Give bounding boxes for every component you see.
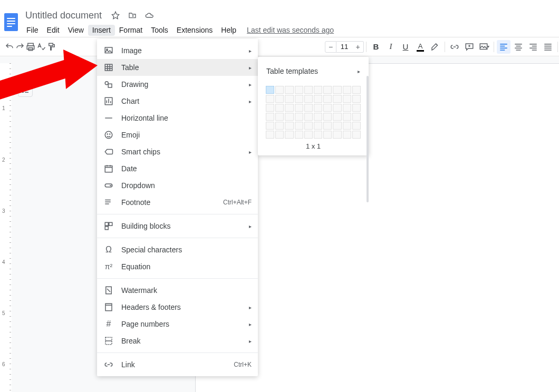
table-grid-cell[interactable] [352,95,361,103]
redo-button[interactable] [15,40,25,54]
insert-dropdown-item[interactable]: Dropdown [97,177,258,194]
insert-equation-item[interactable]: π² Equation [97,258,258,275]
table-grid-cell[interactable] [314,104,322,112]
table-grid-cell[interactable] [285,131,293,139]
table-grid-cell[interactable] [314,113,322,121]
table-grid-cell[interactable] [295,86,303,94]
table-grid-cell[interactable] [285,86,293,94]
insert-drawing-item[interactable]: Drawing ▸ [97,76,258,93]
menu-extensions[interactable]: Extensions [172,25,217,36]
table-grid-cell[interactable] [333,86,341,94]
insert-page-numbers-item[interactable]: # Page numbers ▸ [97,316,258,332]
table-grid-cell[interactable] [304,104,313,112]
highlight-button[interactable] [428,40,442,54]
cloud-status-icon[interactable] [145,11,153,19]
menu-view[interactable]: View [64,25,88,36]
insert-table-item[interactable]: Table ▸ [97,59,258,76]
table-grid-cell[interactable] [323,95,332,103]
star-icon[interactable] [111,11,120,19]
table-grid-cell[interactable] [295,95,303,103]
insert-link-button[interactable] [448,40,461,54]
font-size-increase[interactable]: + [352,41,364,53]
paint-format-button[interactable] [47,40,56,54]
table-grid-cell[interactable] [343,122,351,130]
text-color-button[interactable]: A [413,40,427,54]
menu-file[interactable]: File [22,25,43,36]
table-grid-cell[interactable] [343,104,351,112]
table-grid-cell[interactable] [314,86,322,94]
menu-edit[interactable]: Edit [43,25,64,36]
insert-horizontal-line-item[interactable]: Horizontal line [97,110,258,126]
table-grid-cell[interactable] [295,131,303,139]
italic-button[interactable]: I [384,40,398,54]
table-grid-cell[interactable] [333,113,341,121]
table-grid-cell[interactable] [304,122,313,130]
table-grid-cell[interactable] [352,122,361,130]
align-justify-button[interactable] [541,40,555,54]
table-grid-cell[interactable] [314,95,322,103]
table-grid-cell[interactable] [323,131,332,139]
font-size-input[interactable]: 11 [336,41,352,53]
table-grid-cell[interactable] [333,95,341,103]
table-grid-cell[interactable] [275,86,284,94]
table-grid-cell[interactable] [343,113,351,121]
insert-break-item[interactable]: Break ▸ [97,332,258,349]
underline-button[interactable]: U [399,40,412,54]
table-grid-cell[interactable] [304,95,313,103]
table-grid-cell[interactable] [275,104,284,112]
insert-headers-footers-item[interactable]: Headers & footers ▸ [97,299,258,316]
table-grid-cell[interactable] [314,131,322,139]
vertical-ruler[interactable]: 1 2 3 4 5 6 [0,63,12,392]
insert-image-item[interactable]: Image ▸ [97,42,258,59]
submenu-scrollbar[interactable] [367,76,369,202]
table-grid-cell[interactable] [323,122,332,130]
table-grid-cell[interactable] [275,122,284,130]
table-grid-cell[interactable] [343,95,351,103]
table-grid-cell[interactable] [275,131,284,139]
table-grid-cell[interactable] [266,122,274,130]
move-icon[interactable] [128,11,137,19]
table-grid-cell[interactable] [304,113,313,121]
table-grid-cell[interactable] [304,86,313,94]
table-grid-cell[interactable] [323,86,332,94]
font-size-decrease[interactable]: − [325,41,336,53]
table-grid-cell[interactable] [352,131,361,139]
table-grid-cell[interactable] [295,104,303,112]
table-grid-cell[interactable] [304,131,313,139]
table-grid-cell[interactable] [285,122,293,130]
table-size-grid[interactable] [265,85,361,139]
insert-smart-chips-item[interactable]: Smart chips ▸ [97,143,258,160]
table-grid-cell[interactable] [295,122,303,130]
table-grid-cell[interactable] [266,113,274,121]
insert-watermark-item[interactable]: Watermark [97,282,258,299]
insert-emoji-item[interactable]: Emoji [97,126,258,143]
table-grid-cell[interactable] [343,131,351,139]
table-grid-cell[interactable] [266,86,274,94]
table-grid-cell[interactable] [275,95,284,103]
table-grid-cell[interactable] [285,95,293,103]
insert-link-item[interactable]: Link Ctrl+K [97,356,258,373]
table-grid-cell[interactable] [323,113,332,121]
document-title[interactable]: Untitled document [22,10,105,21]
insert-building-blocks-item[interactable]: Building blocks ▸ [97,218,258,234]
table-grid-cell[interactable] [295,113,303,121]
table-grid-cell[interactable] [352,113,361,121]
insert-chart-item[interactable]: Chart ▸ [97,93,258,110]
menu-format[interactable]: Format [115,25,147,36]
table-grid-cell[interactable] [266,104,274,112]
bold-button[interactable]: B [369,40,383,54]
insert-special-characters-item[interactable]: Ω Special characters [97,241,258,258]
table-grid-cell[interactable] [333,122,341,130]
menu-insert[interactable]: Insert [88,25,115,36]
print-button[interactable] [26,40,35,54]
table-grid-cell[interactable] [266,131,274,139]
table-grid-cell[interactable] [352,86,361,94]
insert-image-button[interactable]: ▾ [477,40,491,54]
table-grid-cell[interactable] [314,122,322,130]
table-grid-cell[interactable] [285,104,293,112]
table-grid-cell[interactable] [323,104,332,112]
insert-date-item[interactable]: Date [97,160,258,177]
table-grid-cell[interactable] [285,113,293,121]
docs-logo[interactable] [0,7,22,37]
table-grid-cell[interactable] [343,86,351,94]
